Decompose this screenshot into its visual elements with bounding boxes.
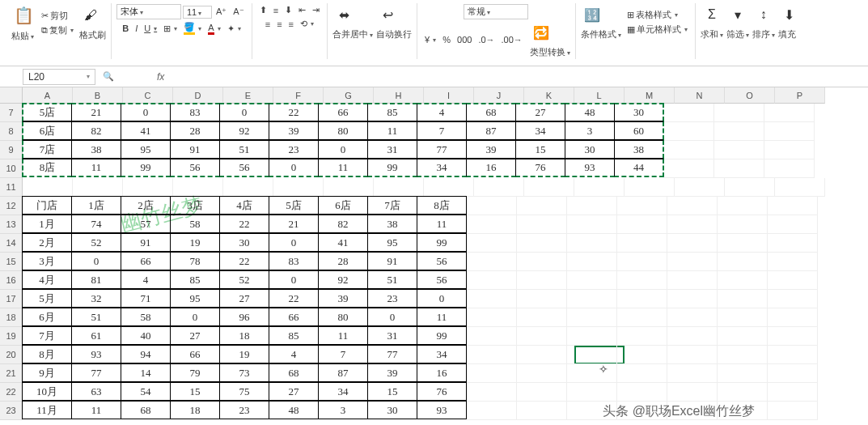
cell-M16[interactable] bbox=[617, 271, 667, 290]
cell-D20[interactable]: 66 bbox=[170, 345, 220, 363]
cell-M7[interactable]: 30 bbox=[614, 103, 664, 121]
cell-K8[interactable]: 34 bbox=[515, 121, 565, 140]
cell-G14[interactable]: 41 bbox=[318, 233, 368, 252]
cell-P18[interactable] bbox=[768, 308, 818, 327]
col-header-M[interactable]: M bbox=[625, 87, 675, 104]
italic-button[interactable]: I bbox=[133, 23, 140, 34]
cell-J16[interactable] bbox=[467, 271, 517, 290]
cell-G12[interactable]: 6店 bbox=[318, 196, 368, 215]
cell-I23[interactable]: 93 bbox=[417, 401, 467, 419]
row-header-18[interactable]: 18 bbox=[0, 308, 23, 327]
cell-J17[interactable] bbox=[467, 290, 517, 308]
cell-J19[interactable] bbox=[467, 327, 517, 346]
cell-G21[interactable]: 87 bbox=[318, 363, 368, 382]
cell-K12[interactable] bbox=[517, 197, 567, 215]
cell-O16[interactable] bbox=[718, 271, 768, 290]
cell-P14[interactable] bbox=[768, 234, 818, 253]
cell-D12[interactable]: 3店 bbox=[170, 196, 220, 215]
phonetic-button[interactable]: ✦ bbox=[225, 23, 243, 35]
row-header-8[interactable]: 8 bbox=[0, 122, 23, 141]
cell-F9[interactable]: 23 bbox=[269, 140, 319, 159]
cell-F20[interactable]: 4 bbox=[269, 345, 319, 363]
cell-C12[interactable]: 2店 bbox=[121, 196, 171, 215]
cell-O7[interactable] bbox=[714, 104, 764, 122]
cell-I10[interactable]: 34 bbox=[417, 159, 467, 177]
cell-K19[interactable] bbox=[517, 327, 567, 346]
cell-D8[interactable]: 28 bbox=[170, 121, 220, 140]
cell-D11[interactable] bbox=[173, 178, 223, 197]
cell-J23[interactable] bbox=[467, 402, 517, 420]
cell-N21[interactable] bbox=[667, 364, 718, 383]
cell-N22[interactable] bbox=[667, 383, 718, 402]
cell-P21[interactable] bbox=[768, 364, 818, 383]
cell-P16[interactable] bbox=[768, 271, 818, 290]
cell-F8[interactable]: 39 bbox=[269, 121, 319, 140]
cell-H23[interactable]: 30 bbox=[367, 401, 417, 419]
cell-O13[interactable] bbox=[718, 215, 768, 234]
increase-indent-button[interactable]: ⇥ bbox=[310, 4, 322, 16]
cell-E10[interactable]: 56 bbox=[219, 159, 269, 177]
sum-button[interactable]: Σ 求和 bbox=[701, 3, 723, 40]
row-header-15[interactable]: 15 bbox=[0, 253, 23, 271]
cell-K11[interactable] bbox=[524, 178, 574, 197]
cell-I9[interactable]: 77 bbox=[417, 140, 467, 159]
col-header-O[interactable]: O bbox=[725, 87, 775, 104]
cell-O18[interactable] bbox=[718, 308, 768, 327]
cell-G8[interactable]: 80 bbox=[318, 121, 368, 140]
cell-L17[interactable] bbox=[567, 290, 617, 308]
cell-G23[interactable]: 3 bbox=[318, 401, 368, 419]
font-size-select[interactable]: 11 bbox=[183, 6, 212, 19]
cell-I21[interactable]: 16 bbox=[417, 363, 467, 382]
cell-N14[interactable] bbox=[667, 234, 718, 253]
cell-H8[interactable]: 11 bbox=[367, 121, 417, 140]
cell-J11[interactable] bbox=[474, 178, 524, 197]
cell-F21[interactable]: 68 bbox=[269, 363, 319, 382]
cell-E16[interactable]: 52 bbox=[219, 270, 269, 289]
cell-F15[interactable]: 83 bbox=[269, 252, 319, 270]
cell-B13[interactable]: 74 bbox=[71, 215, 121, 233]
cell-H17[interactable]: 23 bbox=[367, 289, 417, 308]
cell-E7[interactable]: 0 bbox=[219, 103, 269, 121]
copy-button[interactable]: ⧉复制 bbox=[39, 23, 76, 37]
cell-B15[interactable]: 0 bbox=[71, 252, 121, 270]
cell-M11[interactable] bbox=[625, 178, 675, 197]
cell-I14[interactable]: 99 bbox=[417, 233, 467, 252]
cell-P9[interactable] bbox=[764, 141, 815, 159]
cell-A16[interactable]: 4月 bbox=[22, 270, 72, 289]
cell-N15[interactable] bbox=[667, 253, 718, 271]
number-format-select[interactable]: 常规 bbox=[464, 4, 528, 19]
cell-L11[interactable] bbox=[574, 178, 625, 197]
bold-button[interactable]: B bbox=[120, 23, 131, 34]
cell-L21[interactable] bbox=[567, 364, 617, 383]
cell-H21[interactable]: 39 bbox=[367, 363, 417, 382]
cell-H10[interactable]: 99 bbox=[367, 159, 417, 177]
cell-E22[interactable]: 75 bbox=[219, 382, 269, 401]
cell-B12[interactable]: 1店 bbox=[71, 196, 121, 215]
cell-N9[interactable] bbox=[664, 141, 714, 159]
cell-G16[interactable]: 92 bbox=[318, 270, 368, 289]
cell-E23[interactable]: 23 bbox=[219, 401, 269, 419]
cell-N20[interactable] bbox=[667, 346, 718, 364]
decrease-indent-button[interactable]: ⇤ bbox=[296, 4, 308, 16]
cell-G20[interactable]: 7 bbox=[318, 345, 368, 363]
cell-M14[interactable] bbox=[617, 234, 667, 253]
col-header-N[interactable]: N bbox=[675, 87, 725, 104]
cell-A19[interactable]: 7月 bbox=[22, 326, 72, 345]
cell-H18[interactable]: 0 bbox=[367, 308, 417, 326]
cell-K14[interactable] bbox=[517, 234, 567, 253]
fx-icon[interactable]: fx bbox=[157, 71, 164, 83]
cell-F10[interactable]: 0 bbox=[269, 159, 319, 177]
cell-P11[interactable] bbox=[775, 178, 825, 197]
cell-G10[interactable]: 11 bbox=[318, 159, 368, 177]
row-header-12[interactable]: 12 bbox=[0, 197, 23, 215]
cell-J9[interactable]: 39 bbox=[466, 140, 516, 159]
cell-P22[interactable] bbox=[768, 383, 818, 402]
font-color-button[interactable]: A bbox=[205, 22, 222, 36]
wrap-text-button[interactable]: ↩ 自动换行 bbox=[376, 3, 412, 40]
cell-D19[interactable]: 27 bbox=[170, 326, 220, 345]
cell-K9[interactable]: 15 bbox=[515, 140, 565, 159]
cell-O15[interactable] bbox=[718, 253, 768, 271]
cell-K15[interactable] bbox=[517, 253, 567, 271]
cell-P23[interactable] bbox=[768, 402, 818, 420]
col-header-K[interactable]: K bbox=[524, 87, 574, 104]
